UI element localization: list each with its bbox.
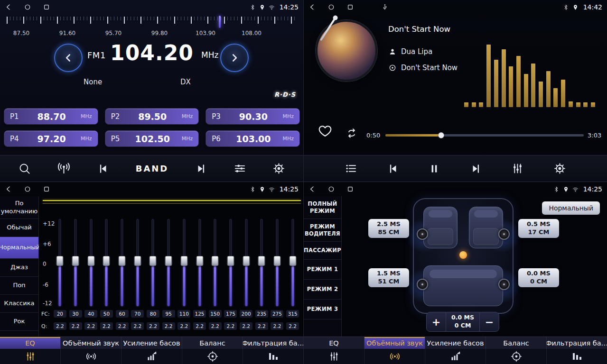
eq-band-slider[interactable]	[223, 218, 239, 307]
band-button[interactable]: BAND	[136, 164, 169, 173]
eq-band-slider[interactable]	[177, 218, 192, 307]
eq-slider-handle[interactable]	[87, 256, 94, 266]
radio-preset-button[interactable]: P289.50MHz	[105, 108, 199, 125]
surround-mode-item[interactable]: РЕЖИМ ВОДИТЕЛЯ	[304, 219, 341, 242]
surround-mode-item[interactable]: РЕЖИМ 2	[304, 280, 341, 300]
eq-preset-item[interactable]: Поп	[0, 277, 38, 295]
recents-icon[interactable]	[43, 3, 50, 11]
sound-preset-button[interactable]: Нормальный	[542, 201, 600, 215]
tune-down-button[interactable]	[54, 44, 83, 72]
eq-band-slider[interactable]	[285, 218, 300, 307]
eq-band-slider[interactable]	[207, 218, 223, 307]
previous-track-icon[interactable]	[387, 163, 399, 175]
favorite-heart-icon[interactable]	[318, 124, 332, 138]
back-icon[interactable]	[308, 3, 316, 11]
eq-band-slider[interactable]	[52, 218, 68, 307]
tune-up-button[interactable]	[220, 44, 249, 72]
bass-boost-tab-icon[interactable]	[425, 349, 486, 364]
settings-gear-icon[interactable]	[553, 162, 566, 175]
frequency-ruler[interactable]	[7, 16, 297, 30]
surround-sound-tab-icon[interactable]	[61, 349, 121, 364]
eq-slider-handle[interactable]	[165, 256, 172, 266]
eq-band-slider[interactable]	[145, 218, 161, 307]
recents-icon[interactable]	[43, 185, 50, 193]
home-icon[interactable]	[24, 3, 31, 11]
decrease-delay-button[interactable]: −	[480, 312, 499, 331]
eq-slider-handle[interactable]	[72, 256, 79, 266]
eq-slider-handle[interactable]	[196, 256, 203, 266]
eq-preset-item[interactable]: По умолчанию	[0, 196, 38, 219]
repeat-icon[interactable]	[346, 127, 358, 139]
listening-position-dot[interactable]	[459, 251, 467, 259]
eq-preset-item[interactable]: Классика	[0, 295, 38, 313]
front-right-delay[interactable]: 0.5 MS 17 CM	[518, 219, 559, 238]
filter-tab-icon[interactable]	[547, 349, 607, 364]
eq-band-slider[interactable]	[83, 218, 99, 307]
rear-left-delay[interactable]: 1.5 MS 51 CM	[368, 268, 409, 287]
tab-eq[interactable]: EQ	[304, 337, 364, 349]
radio-preset-button[interactable]: P6103.00MHz	[205, 130, 300, 147]
eq-slider-handle[interactable]	[227, 256, 234, 266]
tab-filter[interactable]: Фильтрация ба…	[243, 337, 303, 349]
eq-preset-item[interactable]: Обычай	[0, 219, 38, 237]
settings-gear-icon[interactable]	[272, 162, 285, 175]
broadcast-icon[interactable]	[57, 162, 71, 175]
surround-mode-item[interactable]: РЕЖИМ 3	[304, 300, 341, 319]
eq-slider-handle[interactable]	[180, 256, 187, 266]
home-icon[interactable]	[24, 185, 31, 193]
eq-band-slider[interactable]	[130, 218, 145, 307]
eq-slider-handle[interactable]	[258, 256, 265, 266]
surround-mode-item[interactable]: РЕЖИМ 1	[304, 260, 341, 280]
eq-band-slider[interactable]	[254, 218, 270, 307]
increase-delay-button[interactable]: +	[427, 312, 446, 331]
tab-bass-boost[interactable]: Усиление басов	[425, 337, 486, 349]
mixer-icon[interactable]	[511, 162, 524, 175]
bass-boost-tab-icon[interactable]	[121, 349, 182, 364]
tab-eq[interactable]: EQ	[0, 337, 61, 349]
eq-preset-item[interactable]: Рок	[0, 313, 38, 331]
tab-filter[interactable]: Фильтрация ба…	[547, 337, 607, 349]
radio-preset-button[interactable]: P5102.50MHz	[105, 130, 199, 147]
next-station-icon[interactable]	[195, 163, 207, 175]
tab-balance[interactable]: Баланс	[486, 337, 547, 349]
recents-icon[interactable]	[346, 3, 354, 11]
eq-slider-handle[interactable]	[212, 256, 219, 266]
radio-preset-button[interactable]: P497.20MHz	[4, 130, 98, 147]
eq-sliders-icon[interactable]	[233, 162, 246, 175]
eq-preset-item[interactable]: Нормальный	[0, 237, 38, 259]
equalizer-tab-icon[interactable]	[0, 349, 61, 364]
tab-surround-sound[interactable]: Объёмный звук	[61, 337, 121, 349]
eq-slider-handle[interactable]	[119, 256, 126, 266]
eq-band-slider[interactable]	[99, 218, 114, 307]
eq-slider-handle[interactable]	[243, 256, 250, 266]
eq-slider-handle[interactable]	[273, 256, 280, 266]
playlist-icon[interactable]	[345, 162, 357, 175]
back-icon[interactable]	[5, 185, 12, 193]
tab-balance[interactable]: Баланс	[182, 337, 243, 349]
equalizer-tab-icon[interactable]	[304, 349, 364, 364]
seek-bar-knob[interactable]	[438, 132, 444, 138]
eq-band-slider[interactable]	[114, 218, 130, 307]
front-left-delay[interactable]: 2.5 MS 85 CM	[368, 219, 409, 238]
eq-slider-handle[interactable]	[103, 256, 110, 266]
eq-slider-handle[interactable]	[149, 256, 157, 266]
eq-band-slider[interactable]	[161, 218, 177, 307]
back-icon[interactable]	[5, 3, 12, 11]
eq-slider-handle[interactable]	[56, 256, 64, 266]
eq-slider-handle[interactable]	[134, 256, 141, 266]
tab-bass-boost[interactable]: Усиление басов	[121, 337, 182, 349]
recents-icon[interactable]	[346, 185, 354, 193]
radio-preset-button[interactable]: P188.70MHz	[4, 108, 98, 125]
surround-mode-item[interactable]: ПАССАЖИР	[304, 242, 341, 260]
filter-tab-icon[interactable]	[243, 349, 303, 364]
eq-band-slider[interactable]	[68, 218, 84, 307]
eq-band-slider[interactable]	[270, 218, 285, 307]
pause-icon[interactable]	[428, 163, 440, 175]
eq-band-slider[interactable]	[192, 218, 207, 307]
eq-slider-handle[interactable]	[289, 256, 296, 266]
next-track-icon[interactable]	[470, 163, 482, 175]
surround-sound-tab-icon[interactable]	[364, 349, 425, 364]
back-icon[interactable]	[308, 185, 316, 193]
home-icon[interactable]	[327, 185, 335, 193]
balance-tab-icon[interactable]	[486, 349, 547, 364]
